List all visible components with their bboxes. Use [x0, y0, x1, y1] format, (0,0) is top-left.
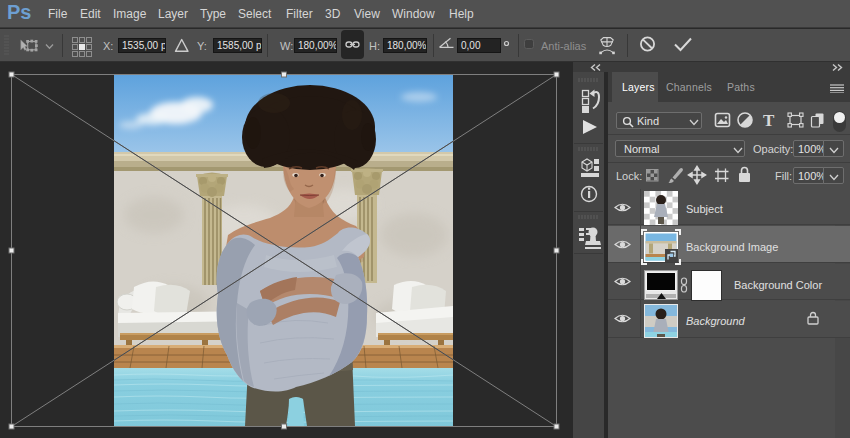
svg-text:T: T	[763, 111, 775, 130]
